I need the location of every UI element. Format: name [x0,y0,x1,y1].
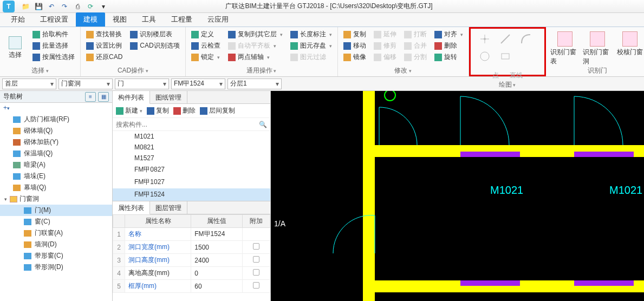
group-label-general[interactable]: 通用操作 [246,67,277,74]
break-button: 打断 [403,29,428,40]
tree-item[interactable]: 带形洞(D) [0,261,112,273]
tab-layer-mgmt[interactable]: 图层管理 [150,201,187,214]
align-button[interactable]: 对齐 [433,29,464,40]
cad-recognize-options-button[interactable]: CAD识别选项 [129,41,180,51]
property-row[interactable]: 3洞口高度(mm)2400 [113,254,270,267]
recognize-floor-table-button[interactable]: 识别楼层表 [129,29,180,40]
copy-component-button[interactable]: 复制 [147,106,169,115]
set-scale-button[interactable]: 设置比例 [85,41,123,51]
layer-combo[interactable]: 分层1▾ [227,78,282,89]
tab-start[interactable]: 开始 [3,12,32,27]
tree-item[interactable]: 门(M) [0,205,112,216]
qat-open-icon[interactable]: 📁 [21,2,30,11]
lock-button[interactable]: 锁定 [190,52,222,62]
cloud-check-button[interactable]: 云检查 [190,41,222,51]
category-combo[interactable]: 门窗洞▾ [58,78,113,89]
tree-item[interactable]: 人防门框墙(RF) [0,114,112,125]
component-list[interactable]: M1021M0821M1527FM甲0827FM甲1027FM甲1524 [113,131,270,201]
tab-drawing-mgmt[interactable]: 图纸管理 [150,91,187,103]
floor-combo[interactable]: 首层▾ [2,78,56,89]
copy-to-other-layer-button[interactable]: 复制到其它层 [227,29,284,40]
component-combo[interactable]: FM甲1524▾ [171,78,225,89]
group-label-select[interactable]: 选择 [31,67,49,74]
interfloor-copy-button[interactable]: 层间复制 [200,106,235,115]
property-table[interactable]: 属性名称 属性值 附加 1名称FM甲15242洞口宽度(mm)15003洞口高度… [113,214,270,293]
property-row[interactable]: 4离地高度(mm)0 [113,267,270,280]
move-button[interactable]: 移动 [342,41,367,51]
tree-item[interactable]: 暗梁(A) [0,159,112,171]
component-item[interactable]: M1527 [113,153,270,163]
tree-item[interactable]: 墙洞(D) [0,239,112,250]
copy-button[interactable]: 复制 [342,29,367,40]
property-row[interactable]: 5框厚(mm)60 [113,280,270,293]
drawing-canvas[interactable]: 1/A M1021 M1021 [271,91,644,301]
search-icon[interactable]: 🔍 [259,121,267,128]
tree-item[interactable]: 砌体加筋(Y) [0,136,112,148]
delete-component-button[interactable]: 删除 [173,106,196,115]
app-logo: T [0,0,17,13]
tab-tools[interactable]: 工具 [134,12,164,27]
point-icon[interactable] [475,31,495,47]
tree-item[interactable]: 窗(C) [0,216,112,227]
recognize-door-opening-button[interactable]: 识别门窗洞 [583,29,612,66]
qat-print-icon[interactable]: ⎙ [73,2,82,11]
restore-cad-button[interactable]: 还原CAD [85,52,123,62]
svg-point-13 [385,91,395,101]
line-icon[interactable] [496,31,515,47]
length-dim-button[interactable]: 长度标注 [289,29,333,40]
tree-item[interactable]: 保温墙(Q) [0,148,112,159]
verify-door-button[interactable]: 校核门窗 [615,29,644,66]
group-label-cad[interactable]: CAD操作 [118,67,148,74]
delete-button[interactable]: 删除 [433,41,464,51]
find-replace-button[interactable]: 查找替换 [85,29,123,40]
tab-component-list[interactable]: 构件列表 [113,91,150,104]
nav-grid-icon[interactable]: ▦ [98,92,109,102]
rect-icon[interactable] [475,48,495,64]
select-by-property-button[interactable]: 按属性选择 [31,52,76,62]
select-big-button[interactable]: 选择 [4,29,26,66]
component-item[interactable]: FM甲1027 [113,176,270,188]
recognize-door-table-button[interactable]: 识别门窗表 [550,29,580,66]
tree-group-door-window[interactable]: ▾门窗洞 [0,193,112,205]
group-label-modify[interactable]: 修改 [394,67,412,74]
property-row[interactable]: 1名称FM甲1524 [113,228,270,241]
qat-redo-icon[interactable]: ↷ [60,2,69,11]
tab-project-settings[interactable]: 工程设置 [32,12,76,27]
component-item[interactable]: M0821 [113,142,270,153]
tab-model[interactable]: 建模 [76,12,105,27]
rotate-button[interactable]: 旋转 [433,52,464,62]
qat-menu-icon[interactable]: ▾ [99,2,108,11]
nav-add-button[interactable]: +▾ [0,103,112,113]
tab-view[interactable]: 视图 [105,12,134,27]
group-label-draw[interactable]: 绘图 [499,81,516,88]
rect2-icon[interactable] [496,48,515,64]
component-search[interactable]: 🔍 [113,118,270,131]
tab-properties[interactable]: 属性列表 [113,201,150,214]
search-input[interactable] [116,121,259,128]
batch-select-button[interactable]: 批量选择 [31,41,76,51]
tree-item[interactable]: 砌体墙(Q) [0,125,112,136]
qat-refresh-icon[interactable]: ⟳ [86,2,95,11]
define-button[interactable]: 定义 [190,29,222,40]
tab-quantity[interactable]: 工程量 [164,12,200,27]
pick-component-button[interactable]: 拾取构件 [31,29,76,40]
tree-item[interactable]: 门联窗(A) [0,227,112,239]
component-item[interactable]: FM甲0827 [113,163,270,176]
two-point-axis-button[interactable]: 两点辅轴 [227,52,284,62]
tree-item[interactable]: 幕墙(Q) [0,182,112,193]
new-component-button[interactable]: 新建▾ [116,106,142,115]
tree-item[interactable]: 带形窗(C) [0,250,112,261]
nav-tree[interactable]: 人防门框墙(RF)砌体墙(Q)砌体加筋(Y)保温墙(Q)暗梁(A)墙垛(E)幕墙… [0,113,112,301]
save-elements-button[interactable]: 图元存盘 [289,41,333,51]
tree-item[interactable]: 墙垛(E) [0,171,112,182]
qat-undo-icon[interactable]: ↶ [47,2,56,11]
tab-cloud[interactable]: 云应用 [200,12,236,27]
component-item[interactable]: M1021 [113,131,270,142]
qat-save-icon[interactable]: 💾 [34,2,43,11]
property-row[interactable]: 2洞口宽度(mm)1500 [113,241,270,254]
type-combo[interactable]: 门▾ [115,78,169,89]
nav-list-icon[interactable]: ≡ [85,92,96,102]
mirror-button[interactable]: 镜像 [342,52,367,62]
arc-icon[interactable] [516,31,536,47]
component-item[interactable]: FM甲1524 [113,188,270,201]
